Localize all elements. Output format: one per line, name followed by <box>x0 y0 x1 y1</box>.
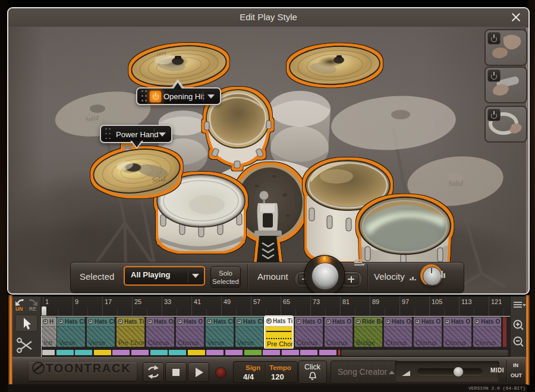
svg-text:Solid: Solid <box>448 179 464 188</box>
svg-text:RE: RE <box>29 306 36 312</box>
svg-text:UN: UN <box>15 306 23 312</box>
svg-text:Solid: Solid <box>152 175 166 184</box>
